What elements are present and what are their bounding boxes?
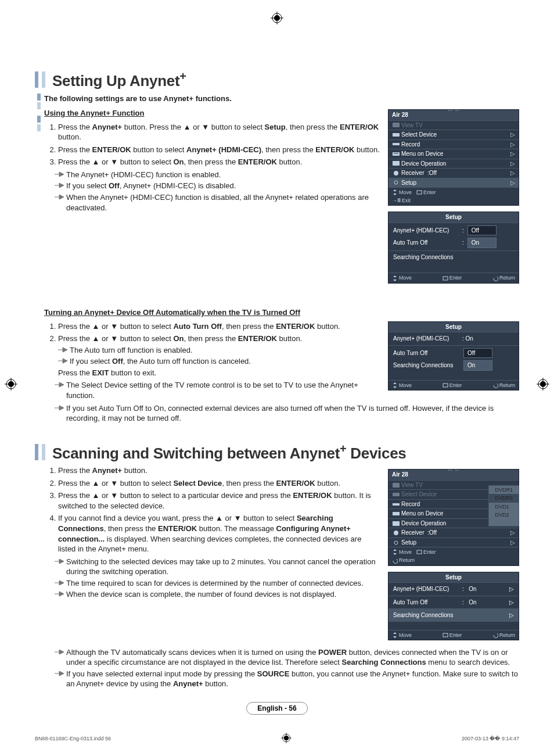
note-arrow-icon [55, 192, 66, 213]
osd-row-auto: Auto Turn Off: On▷ [388, 596, 519, 609]
osd-item-menudevice: Menu on Device▷ [388, 149, 519, 159]
osd-item-deviceop: Device Operation▷ [388, 159, 519, 169]
move-hint: Move [392, 274, 412, 281]
osd-footer: Move Enter Return [388, 380, 519, 390]
svg-rect-27 [393, 521, 400, 526]
note-arrow-icon [55, 647, 66, 668]
osd-setup-allon: Setup Anynet+ (HDMI-CEC): On▷ Auto Turn … [388, 572, 519, 640]
note-arrow-icon [58, 356, 70, 367]
return-hint: Return [492, 382, 515, 389]
note-arrow-icon [55, 669, 66, 689]
osd-item-receiver: Receiver :Off▷ [388, 528, 519, 538]
steps-using: Press the Anynet+ button. Press the ▲ or… [44, 122, 381, 167]
osd-row-auto: Auto Turn OffOff [388, 345, 519, 361]
device-icon [391, 132, 401, 138]
svg-point-18 [394, 171, 398, 175]
enter-hint: Enter [443, 382, 462, 389]
move-hint: Move [392, 549, 412, 556]
move-hint: Move [392, 382, 412, 389]
svg-rect-20 [417, 191, 422, 194]
step-1: Press the Anynet+ button. Press the ▲ or… [58, 122, 381, 142]
osd-footer: Move Enter Return [388, 630, 519, 640]
popup-item: DVD2 [489, 511, 519, 519]
osd-row-search: Searching Connections [388, 250, 519, 264]
exit-hint: →ⅢExit [392, 197, 411, 204]
section-setup: Setting Up Anynet+ The following setting… [35, 70, 519, 425]
option-on: On [463, 360, 492, 371]
note: Switching to the selected devices may ta… [55, 557, 381, 577]
heading-bar [35, 71, 38, 88]
section-scanning: Scanning and Switching between Anynet+ D… [35, 442, 519, 690]
osd-row-auto: Auto Turn Off:On [388, 238, 519, 250]
note: When the device scan is complete, the nu… [55, 589, 381, 600]
tv-icon [391, 122, 401, 128]
svg-point-29 [394, 541, 398, 544]
svg-rect-25 [393, 503, 400, 506]
print-footer: BN68-01169C-Eng-0313.indd 56 2007-03-13 … [35, 733, 519, 744]
note-arrow-icon [55, 403, 66, 424]
enter-hint: Enter [416, 549, 436, 556]
intro-text: The following settings are to use Anynet… [44, 94, 519, 104]
move-hint: Move [392, 189, 412, 196]
note: If you have selected external input mode… [55, 669, 519, 689]
triangle-right-icon: ▷ [510, 160, 515, 168]
osd-row-search: Searching ConnectionsOn [388, 360, 519, 373]
osd-footer-return: Return [388, 557, 519, 565]
note-arrow-icon [55, 578, 66, 589]
triangle-right-icon: ▷ [510, 141, 515, 149]
osd-item-record: Record▷ [388, 139, 519, 149]
heading-bar-light [42, 444, 45, 460]
note-arrow-icon [55, 170, 66, 180]
osd-row-search-selected: Searching Connections▷ [388, 608, 519, 622]
record-icon [391, 501, 401, 507]
osd-title-setup: Setup [388, 322, 519, 332]
osd-footer: Move Enter [388, 187, 519, 197]
triangle-right-icon: ▷ [510, 150, 515, 158]
note-arrow-icon [55, 557, 66, 577]
triangle-right-icon: ▷ [509, 585, 514, 593]
enter-hint: Enter [443, 632, 462, 639]
heading-bar [35, 444, 38, 460]
registration-mark-bottom [281, 733, 292, 744]
page-number: English - 56 [246, 702, 307, 715]
note-arrow-icon [58, 345, 70, 356]
note: The time required to scan for devices is… [55, 578, 381, 589]
enter-hint: Enter [443, 274, 462, 281]
osd-setup-autooff: Setup Anynet+ (HDMI-CEC): On Auto Turn O… [388, 321, 519, 390]
step-3: Press the ▲ or ▼ button to select On, th… [58, 157, 381, 167]
return-hint: Return [492, 274, 515, 281]
note-arrow-icon [55, 380, 66, 400]
return-hint: Return [392, 557, 415, 564]
step-2: Press the ▲ or ▼ button to select On, th… [58, 334, 381, 378]
subheading-autooff: Turning an Anynet+ Device Off Automatica… [44, 307, 519, 318]
option-off: Off [463, 348, 492, 359]
note: The Auto turn off function is enabled. [58, 345, 381, 356]
gear-icon [391, 180, 401, 185]
osd-footer-exit: →ⅢExit [388, 197, 519, 205]
crop-arrow-left [5, 378, 17, 394]
heading-1: Setting Up Anynet+ [35, 70, 519, 90]
subheading-using: Using the Anynet+ Function [44, 108, 381, 119]
note: When the Anynet+ (HDMI-CEC) function is … [55, 192, 381, 213]
osd-item-viewtv: View TV [388, 120, 519, 130]
exit-line: Press the EXIT button to exit. [58, 368, 381, 378]
enter-hint: Enter [416, 189, 436, 196]
osd-title-setup: Setup [388, 212, 519, 223]
osd-row-anynet: Anynet+ (HDMI-CEC):Off [388, 223, 519, 238]
side-bullets [35, 94, 44, 425]
svg-rect-21 [443, 277, 448, 280]
operation-icon [391, 521, 401, 526]
registration-mark-top [271, 12, 283, 27]
timestamp: 2007-03-13 �� 9:14:47 [462, 736, 519, 741]
osd-item-receiver: Receiver :Off▷ [388, 168, 519, 178]
note: If you set Auto Turn Off to On, connecte… [55, 403, 519, 424]
doc-id: BN68-01169C-Eng-0313.indd 56 [35, 736, 111, 741]
step-3: Press the ▲ or ▼ button to select to a p… [58, 490, 381, 511]
record-icon [391, 141, 401, 147]
menu-icon [391, 511, 401, 517]
device-icon [391, 492, 401, 497]
manual-page: Setting Up Anynet+ The following setting… [0, 0, 554, 756]
crop-arrow-right [537, 378, 549, 394]
step-2: Press the ENTER/OK button to select Anyn… [58, 145, 381, 155]
osd-row-anynet: Anynet+ (HDMI-CEC): On▷ [388, 582, 519, 596]
